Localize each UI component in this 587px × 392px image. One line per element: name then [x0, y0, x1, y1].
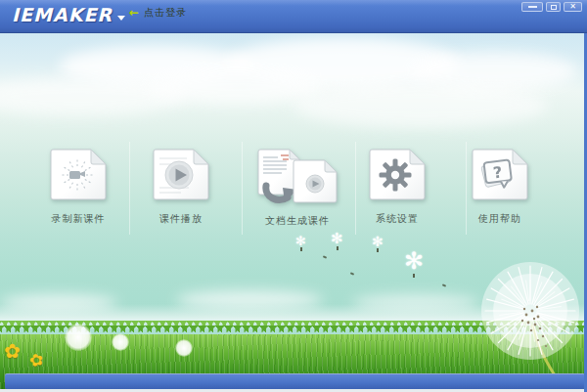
usage-help-icon: ?: [467, 147, 533, 203]
close-icon: ✕: [569, 3, 576, 11]
cloud: [147, 69, 323, 105]
login-label: 点击登录: [144, 7, 187, 18]
menu-item-record-new-courseware[interactable]: 录制新课件: [20, 147, 137, 226]
minimize-button[interactable]: [521, 2, 543, 12]
minimize-icon: [528, 6, 537, 8]
cloud: [294, 83, 548, 128]
menu-label: 录制新课件: [52, 212, 106, 226]
menu-label: 使用帮助: [478, 212, 521, 226]
small-dandelion: [65, 324, 92, 351]
dandelion-seed-icon: ✻: [404, 247, 424, 275]
maximize-icon: [551, 5, 557, 10]
small-dandelion: [175, 339, 193, 357]
main-area: 录制新课件 课件播放: [0, 32, 587, 392]
record-new-courseware-icon: [45, 147, 112, 203]
seed-speck: [350, 272, 354, 276]
menu-item-usage-help[interactable]: ? 使用帮助: [441, 147, 559, 226]
menu-item-system-settings[interactable]: 系统设置: [339, 147, 456, 226]
dandelion-seed-icon: ✻: [331, 230, 343, 247]
dandelion-seed-icon: ✻: [372, 234, 384, 249]
login-link[interactable]: ← 点击登录: [129, 6, 187, 20]
menu-label: 文档生成课件: [265, 214, 330, 228]
app-window: IEMAKER ← 点击登录 ✕: [0, 0, 587, 392]
seed-speck: [323, 255, 327, 259]
left-arrow-icon: ←: [129, 6, 139, 20]
menu-item-courseware-playback[interactable]: 课件播放: [122, 147, 240, 226]
small-dandelion: [112, 333, 129, 351]
bottom-status-bar: [5, 373, 585, 389]
yellow-flower-icon: ✿: [4, 339, 21, 363]
title-bar: IEMAKER ← 点击登录 ✕: [0, 0, 587, 33]
maximize-button[interactable]: [546, 2, 561, 12]
app-logo-text: IEMAKER: [12, 4, 113, 25]
seed-speck: [442, 283, 446, 287]
menu-label: 系统设置: [376, 212, 419, 226]
app-logo[interactable]: IEMAKER: [12, 4, 125, 25]
window-controls: ✕: [521, 2, 582, 12]
dandelion-seed-icon: ✻: [295, 234, 306, 248]
chevron-down-icon: [117, 16, 125, 21]
courseware-playback-icon: [148, 147, 214, 203]
dandelion-graphic: [470, 242, 587, 389]
menu-label: 课件播放: [159, 212, 203, 226]
close-button[interactable]: ✕: [564, 2, 582, 12]
system-settings-icon: [364, 147, 430, 203]
doc-generate-courseware-icon: [252, 147, 342, 205]
